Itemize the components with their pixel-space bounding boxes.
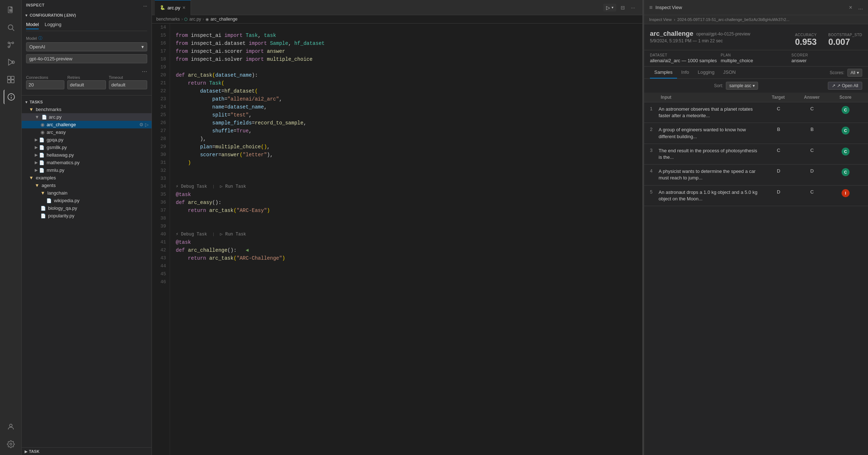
score-column-header: Score [829,95,862,100]
debug-task-button[interactable]: ⚡ Debug Task [176,230,207,238]
gsm8k-py-file[interactable]: ▶ 📄 gsm8k.py [22,144,152,151]
scores-select[interactable]: All ▾ [847,69,862,77]
breadcrumb-benchmarks[interactable]: benchmarks [156,17,180,22]
code-editor[interactable]: 1415161718192021222324252627282930313233… [152,24,642,455]
timeout-input[interactable] [109,80,147,89]
scorer-col: SCORER answer [791,53,862,63]
model-name-input[interactable]: gpt-4o-0125-preview [26,54,147,63]
results-meta-row: DATASET allenai/ai2_arc — 1000 samples P… [644,50,868,67]
results-title-group: arc_challenge openai/gpt-4o-0125-preview… [650,30,750,43]
scorer-value: answer [791,58,862,63]
line-number: 30 [156,151,166,159]
extensions-activity-icon[interactable] [4,72,18,87]
open-all-button[interactable]: ↗ ↗ Open All [828,82,862,90]
benchmarks-folder[interactable]: ▼ benchmarks [22,106,152,113]
files-activity-icon[interactable] [4,3,18,17]
more-editor-button[interactable]: ··· [629,4,637,11]
inspect-panel-hamburger[interactable]: ≡ [649,4,652,11]
svg-point-18 [10,443,12,445]
langchain-folder[interactable]: ▼ langchain [22,189,152,197]
biology-qa-py-file[interactable]: 📄 biology_qa.py [22,204,152,212]
table-row[interactable]: 3 The end result in the process of photo… [644,144,868,165]
debug-task-button[interactable]: ⚡ Debug Task [176,183,207,191]
run-button[interactable]: ▷ ▾ [603,4,616,12]
model-provider-select[interactable]: OpenAI ▾ [26,42,147,51]
json-tab[interactable]: JSON [719,67,740,78]
source-control-activity-icon[interactable] [4,38,18,52]
num-header-spacer [650,95,661,100]
samples-tab[interactable]: Samples [650,67,677,78]
inspect-panel-more-button[interactable]: ... [858,4,863,11]
search-activity-icon[interactable] [4,20,18,35]
dataset-value: allenai/ai2_arc — 1000 samples [650,58,721,63]
agents-folder[interactable]: ▼ agents [22,182,152,189]
retries-col: Retries [67,75,106,89]
arc-py-tab[interactable]: 🐍 arc.py × [155,0,191,15]
config-tab-logging[interactable]: Logging [44,22,61,29]
bootstrap-value: 0.007 [828,37,862,47]
connections-input[interactable] [26,80,64,89]
svg-point-3 [8,25,13,30]
task-run-icon[interactable]: ▷ [145,122,149,127]
settings-activity-icon[interactable] [4,437,18,451]
bootstrap-stat: bootstrap_std 0.007 [828,33,862,47]
table-row[interactable]: 4 A physicist wants to determine the spe… [644,165,868,185]
info-activity-icon[interactable] [4,90,18,104]
code-line: return arc_task("ARC-Challenge") [176,254,642,262]
line-number: 36 [156,199,166,207]
inspect-panel-close-button[interactable]: × [849,4,852,11]
popularity-py-file[interactable]: 📄 popularity.py [22,212,152,220]
line-number: 26 [156,119,166,127]
sort-select[interactable]: sample asc ▾ [726,82,758,90]
mmlu-file-icon: 📄 [39,168,44,173]
editor-toolbar: ▷ ▾ ⊟ ··· [603,4,637,12]
run-icon: ▷ [606,5,610,10]
svg-point-7 [8,46,10,48]
row-target: B [762,127,796,132]
sidebar-header: INSPECT ... [22,0,152,10]
user-activity-icon[interactable] [4,420,18,434]
code-content[interactable]: from inspect_ai import Task, taskfrom in… [170,24,642,455]
logging-tab[interactable]: Logging [693,67,719,78]
arc-easy-task[interactable]: ◉ arc_easy [22,128,152,136]
gpqa-py-file[interactable]: ▶ 📄 gpqa.py [22,136,152,144]
info-tab[interactable]: Info [677,67,694,78]
score-badge: I [842,189,850,197]
mathematics-py-label: mathematics.py [47,160,80,165]
code-line: return arc_task("ARC-Easy") [176,207,642,214]
wikipedia-py-file[interactable]: 📄 wikipedia.py [22,197,152,204]
config-section-header[interactable]: ▼ CONFIGURATION (.ENV) [22,12,152,19]
run-activity-icon[interactable] [4,55,18,69]
mmlu-py-file[interactable]: ▶ 📄 mmlu.py [22,166,152,174]
breadcrumb-task[interactable]: ◉ arc_challenge [205,17,238,22]
hellaswag-py-file[interactable]: ▶ 📄 hellaswag.py [22,151,152,159]
split-editor-button[interactable]: ⊟ [619,4,626,11]
mathematics-py-file[interactable]: ▶ 📄 mathematics.py [22,159,152,166]
model-info-icon[interactable]: ⓘ [38,35,42,41]
sidebar-title: INSPECT [26,3,44,7]
config-more-button[interactable]: ... [142,66,147,74]
folder-expand-icon4: ▶ [35,160,38,165]
config-tab-model[interactable]: Model [26,22,39,29]
retries-input[interactable] [67,80,106,89]
task-bottom-header[interactable]: ▶ TASK [22,448,152,455]
hellaswag-file-icon: 📄 [39,153,44,158]
table-row[interactable]: 5 An astronaut drops a 1.0 kg object and… [644,186,868,206]
sidebar-more-button[interactable]: ... [143,3,147,7]
run-task-button[interactable]: ▷ Run Task [220,230,246,238]
breadcrumb-file[interactable]: ⬡ arc.py [184,17,201,22]
examples-folder[interactable]: ▼ examples [22,174,152,182]
table-row[interactable]: 1 An astronomer observes that a planet r… [644,102,868,123]
arc-challenge-task[interactable]: ◉ arc_challenge ⚙ ▷ [22,121,152,128]
table-row[interactable]: 2 A group of engineers wanted to know ho… [644,123,868,144]
row-input: An astronomer observes that a planet rot… [659,106,762,119]
run-task-button[interactable]: ▷ Run Task [220,183,246,191]
arc-py-tab-close[interactable]: × [182,5,185,10]
inspect-tabs: Samples Info Logging JSON Scores: All ▾ [644,67,868,79]
arc-py-file[interactable]: ▼ 📄 arc.py [22,113,152,121]
tasks-section-header[interactable]: ▼ TASKS [22,98,152,106]
row-target: D [762,189,796,195]
code-line [176,24,642,31]
task-config-icon[interactable]: ⚙ [139,122,144,127]
folder-expand-icon3: ▶ [35,153,38,157]
